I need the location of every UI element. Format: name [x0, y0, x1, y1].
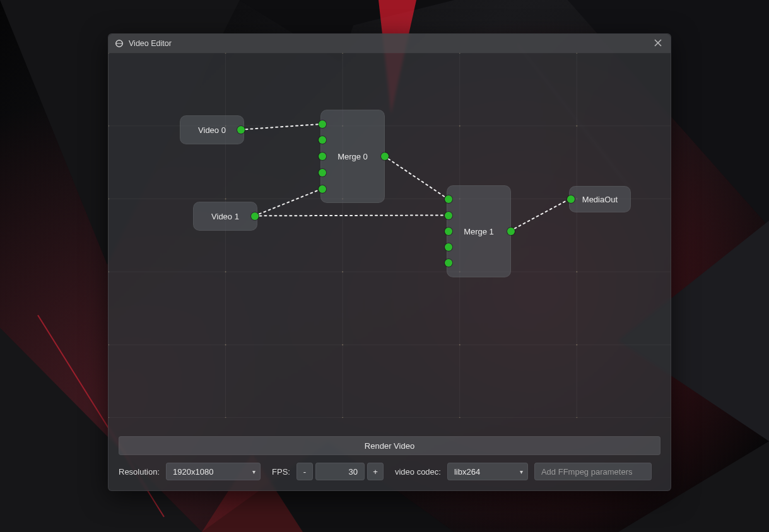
port-merge1-in4[interactable]: [445, 259, 452, 267]
port-merge1-out[interactable]: [507, 228, 515, 235]
fps-label: FPS:: [272, 467, 290, 477]
codec-label: video codec:: [395, 467, 441, 477]
port-video1-out[interactable]: [251, 212, 259, 220]
resolution-select[interactable]: 1280x7201920x10802560x14403840x2160: [166, 463, 261, 480]
port-merge1-in1[interactable]: [445, 212, 452, 219]
fps-increment-button[interactable]: +: [367, 463, 384, 480]
resolution-label: Resolution:: [119, 467, 160, 477]
titlebar[interactable]: Video Editor: [109, 34, 671, 53]
ports-layer: [109, 53, 671, 429]
video-editor-window: Video Editor Video 0Video 1Merge 0Merge …: [108, 33, 671, 491]
port-merge0-in0[interactable]: [319, 120, 326, 128]
port-merge0-in1[interactable]: [319, 136, 326, 144]
node-canvas[interactable]: Video 0Video 1Merge 0Merge 1MediaOut: [109, 53, 671, 429]
toolbar: Render Video Resolution: 1280x7201920x10…: [109, 429, 671, 490]
close-icon[interactable]: [652, 37, 664, 51]
fps-decrement-button[interactable]: -: [296, 463, 313, 480]
render-video-button[interactable]: Render Video: [119, 436, 660, 455]
port-merge0-in2[interactable]: [319, 153, 326, 160]
port-merge1-in2[interactable]: [445, 228, 452, 235]
port-video0-out[interactable]: [237, 126, 245, 134]
port-merge0-in3[interactable]: [319, 169, 326, 176]
ffmpeg-params-input[interactable]: [534, 463, 652, 480]
port-merge0-out[interactable]: [381, 153, 389, 160]
port-merge1-in0[interactable]: [445, 195, 452, 203]
port-merge0-in4[interactable]: [319, 185, 326, 193]
port-mediaout-in[interactable]: [567, 195, 575, 203]
fps-input[interactable]: [315, 463, 365, 480]
codec-select[interactable]: libx264libx265vp9av1: [447, 463, 528, 480]
app-icon: [115, 39, 124, 48]
port-merge1-in3[interactable]: [445, 243, 452, 251]
window-title: Video Editor: [129, 39, 172, 48]
